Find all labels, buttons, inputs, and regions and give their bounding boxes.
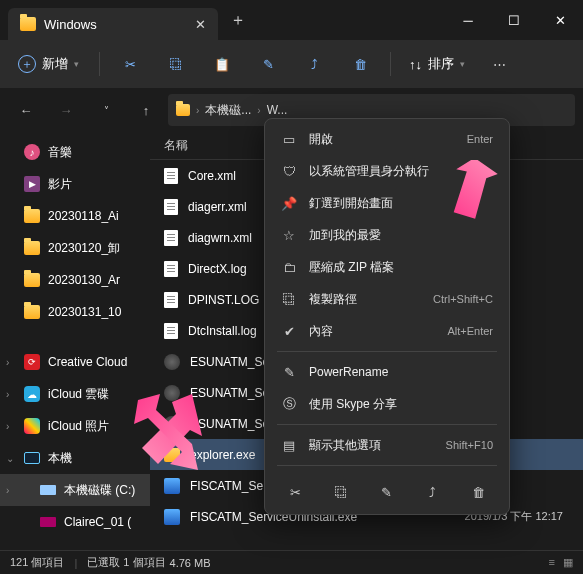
zip-icon: 🗀 (281, 259, 297, 275)
menu-label: 複製路徑 (309, 291, 357, 308)
menu-label: 開啟 (309, 131, 333, 148)
more-button[interactable]: ⋯ (479, 46, 519, 82)
sidebar-label: 20230130_Ar (48, 273, 120, 287)
sort-button[interactable]: ↑↓ 排序 ▾ (401, 46, 473, 82)
music-icon: ♪ (24, 144, 40, 160)
new-tab-button[interactable]: ＋ (218, 10, 258, 31)
tab-title: Windows (44, 17, 97, 32)
file-name: diagerr.xml (188, 200, 247, 214)
minimize-button[interactable]: ─ (445, 0, 491, 40)
up-button[interactable]: ↑ (128, 92, 164, 128)
menu-item[interactable]: ✎PowerRename (269, 356, 505, 388)
cut-icon[interactable]: ✂ (280, 476, 312, 508)
cut-button[interactable]: ✂ (110, 46, 150, 82)
delete-icon[interactable]: 🗑 (462, 476, 494, 508)
sidebar-item[interactable]: ♪音樂 (0, 136, 150, 168)
col-name: 名稱 (164, 137, 188, 154)
pc-icon (24, 452, 40, 464)
title-bar: Windows ✕ ＋ ─ ☐ ✕ (0, 0, 583, 40)
copy-icon: ⿻ (281, 291, 297, 307)
rename-button[interactable]: ✎ (248, 46, 288, 82)
sidebar-label: 20230118_Ai (48, 209, 119, 223)
menu-item[interactable]: ✔內容Alt+Enter (269, 315, 505, 347)
sidebar-item[interactable]: 20230118_Ai (0, 200, 150, 232)
expand-icon[interactable]: › (6, 485, 9, 496)
folder-icon (24, 209, 40, 223)
disk-icon (40, 517, 56, 527)
window-tab[interactable]: Windows ✕ (8, 8, 218, 40)
document-icon (164, 261, 178, 277)
sidebar: ♪音樂▶影片20230118_Ai20230120_卸20230130_Ar20… (0, 132, 150, 550)
forward-button[interactable]: → (48, 92, 84, 128)
file-name: Core.xml (188, 169, 236, 183)
sidebar-item[interactable]: 20230130_Ar (0, 264, 150, 296)
skype-icon: Ⓢ (281, 396, 297, 412)
file-name: DPINST.LOG (188, 293, 259, 307)
folder-icon (176, 104, 190, 116)
rename-icon[interactable]: ✎ (371, 476, 403, 508)
gear-icon (164, 354, 180, 370)
cloud-icon: ☁ (24, 386, 40, 402)
app-icon (164, 509, 180, 525)
sidebar-item[interactable]: ▶影片 (0, 168, 150, 200)
menu-label: 內容 (309, 323, 333, 340)
copy-icon[interactable]: ⿻ (325, 476, 357, 508)
item-count: 121 個項目 (10, 555, 64, 570)
status-bar: 121 個項目 | 已選取 1 個項目 4.76 MB ≡ ▦ (0, 550, 583, 574)
sidebar-label: 影片 (48, 176, 72, 193)
menu-label: 以系統管理員身分執行 (309, 163, 429, 180)
menu-item[interactable]: Ⓢ使用 Skype 分享 (269, 388, 505, 420)
sidebar-item[interactable]: 20230131_10 (0, 296, 150, 328)
paste-button[interactable]: 📋 (202, 46, 242, 82)
folder-icon (24, 241, 40, 255)
menu-label: 釘選到開始畫面 (309, 195, 393, 212)
maximize-button[interactable]: ☐ (491, 0, 537, 40)
up-button[interactable]: ˅ (88, 92, 124, 128)
menu-item[interactable]: ⿻複製路徑Ctrl+Shift+C (269, 283, 505, 315)
selection-count: 已選取 1 個項目 (87, 555, 165, 570)
sidebar-item[interactable]: ClaireC_01 ( (0, 506, 150, 538)
new-label: 新增 (42, 55, 68, 73)
back-button[interactable]: ← (8, 92, 44, 128)
menu-item[interactable]: 🗀壓縮成 ZIP 檔案 (269, 251, 505, 283)
copy-button[interactable]: ⿻ (156, 46, 196, 82)
share-button[interactable]: ⤴ (294, 46, 334, 82)
sidebar-label: 本機 (48, 450, 72, 467)
breadcrumb-seg[interactable]: 本機磁... (205, 102, 251, 119)
menu-icon-row: ✂⿻✎⤴🗑 (269, 470, 505, 510)
sidebar-label: 音樂 (48, 144, 72, 161)
close-tab-icon[interactable]: ✕ (195, 17, 206, 32)
sidebar-label: 本機磁碟 (C:) (64, 482, 135, 499)
list-view-icon[interactable]: ≡ (549, 556, 555, 569)
star-icon: ☆ (281, 227, 297, 243)
share-icon[interactable]: ⤴ (417, 476, 449, 508)
document-icon (164, 199, 178, 215)
grid-view-icon[interactable]: ▦ (563, 556, 573, 569)
expand-icon[interactable]: › (6, 421, 9, 432)
plus-icon: ＋ (18, 55, 36, 73)
sidebar-label: ClaireC_01 ( (64, 515, 131, 529)
breadcrumb-seg[interactable]: W... (267, 103, 288, 117)
sidebar-item[interactable]: ›⟳Creative Cloud (0, 346, 150, 378)
toolbar: ＋ 新增 ▾ ✂ ⿻ 📋 ✎ ⤴ 🗑 ↑↓ 排序 ▾ ⋯ (0, 40, 583, 88)
document-icon (164, 230, 178, 246)
delete-button[interactable]: 🗑 (340, 46, 380, 82)
expand-icon[interactable]: ⌄ (6, 453, 14, 464)
chevron-down-icon: ▾ (460, 59, 465, 69)
new-button[interactable]: ＋ 新增 ▾ (8, 46, 89, 82)
sidebar-label: 20230120_卸 (48, 240, 120, 257)
close-button[interactable]: ✕ (537, 0, 583, 40)
sidebar-label: iCloud 雲碟 (48, 386, 109, 403)
sidebar-label: Creative Cloud (48, 355, 127, 369)
sidebar-label: iCloud 照片 (48, 418, 109, 435)
menu-label: 壓縮成 ZIP 檔案 (309, 259, 394, 276)
annotation-arrow (126, 394, 202, 480)
menu-item[interactable]: ▭開啟Enter (269, 123, 505, 155)
menu-item[interactable]: ▤顯示其他選項Shift+F10 (269, 429, 505, 461)
menu-label: 使用 Skype 分享 (309, 396, 397, 413)
expand-icon[interactable]: › (6, 389, 9, 400)
sidebar-label: 20230131_10 (48, 305, 121, 319)
expand-icon[interactable]: › (6, 357, 9, 368)
sidebar-item[interactable]: 20230120_卸 (0, 232, 150, 264)
menu-label: PowerRename (309, 365, 388, 379)
